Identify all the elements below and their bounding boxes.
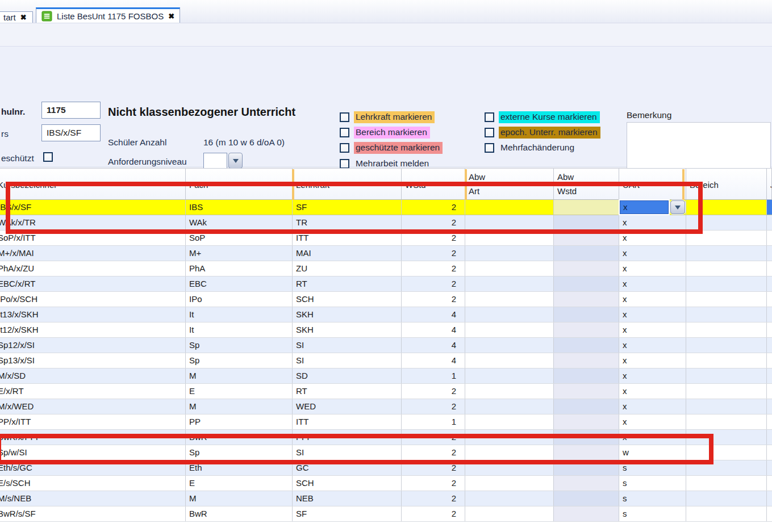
cell-wstd: 4 <box>402 322 465 337</box>
table-row[interactable]: EBC/x/RTEBCRT2x <box>0 277 772 292</box>
mark-option-checkbox[interactable] <box>340 143 349 153</box>
anforderungsniveau-select[interactable] <box>203 153 243 169</box>
table-row[interactable]: PP/x/ITTPPITT1x <box>0 414 772 430</box>
anforderungsniveau-value[interactable] <box>203 153 227 169</box>
column-header-uart[interactable]: UArt▼ <box>619 169 686 199</box>
column-header-abw_wstd[interactable]: AbwWstd <box>554 169 619 199</box>
table-row[interactable]: BwR/s/SFBwRSF2s <box>0 506 772 522</box>
column-header-abw_art[interactable]: AbwArt <box>465 169 554 199</box>
table-row[interactable]: M/s/NEBMNEB2s <box>0 491 772 506</box>
cell-fach: Eth <box>186 460 293 475</box>
tab-liste-besunt[interactable]: Liste BesUnt 1175 FOSBOS ✖ <box>36 7 180 23</box>
mark-option-checkbox[interactable] <box>485 112 494 122</box>
mark-option-checkbox[interactable] <box>340 128 349 137</box>
mark-option-checkbox[interactable] <box>485 128 494 137</box>
cell-name: IBS/x/SF <box>0 200 186 215</box>
table-row[interactable]: Eth/s/GCEthGC2s <box>0 460 772 476</box>
table-row[interactable]: PhA/x/ZUPhAZU2x <box>0 261 772 277</box>
cell-name: Sp/w/SI <box>0 445 186 460</box>
cell-fach: Sp <box>186 445 293 460</box>
close-icon[interactable]: ✖ <box>20 13 27 22</box>
cell-j <box>767 200 772 215</box>
app-window: tart ✖ Liste BesUnt 1175 FOSBOS ✖ ✖◀◀◀◀▶… <box>0 0 772 532</box>
table-header: KursbezeichnerFachLehrkraftWStdAbwArtAbw… <box>0 168 772 200</box>
cell-j <box>767 445 772 460</box>
column-header-wstd[interactable]: WStd <box>402 169 465 199</box>
toolbar: ✖◀◀◀◀▶▶▶▶↻←? <box>0 23 772 47</box>
table-row[interactable]: E/s/SCHESCH2s <box>0 476 772 491</box>
mark-option-checkbox[interactable] <box>340 159 349 169</box>
cell-fach: IPo <box>186 292 293 307</box>
chevron-down-icon[interactable] <box>670 200 685 214</box>
cell-abw_wstd <box>554 338 619 353</box>
cell-j <box>767 368 772 383</box>
mark-option-checkbox[interactable] <box>340 112 349 122</box>
cell-uart: s <box>619 460 686 475</box>
tab-start[interactable]: tart ✖ <box>0 11 33 23</box>
cell-name: SoP/x/ITT <box>0 231 186 245</box>
cell-abw_art <box>465 368 554 383</box>
close-icon[interactable]: ✖ <box>168 12 174 20</box>
list-icon <box>41 11 52 22</box>
table-row[interactable]: Sp12/x/SISpSI4x <box>0 338 772 353</box>
cell-abw_wstd <box>554 506 619 521</box>
table-row[interactable]: M/x/SDMSD1x <box>0 368 772 384</box>
table-row[interactable]: E/x/RTERT2x <box>0 384 772 399</box>
cell-wstd: 4 <box>402 307 465 322</box>
schueler-anzahl-label: Schüler Anzahl <box>108 137 166 148</box>
mark-option-label: geschützte markieren <box>354 142 443 154</box>
cell-j <box>767 414 772 429</box>
sort-indicator-icon[interactable]: ▼ <box>674 181 679 187</box>
cell-j <box>767 338 772 353</box>
table-row[interactable]: Sp/w/SISpSI2w <box>0 445 772 460</box>
table-row[interactable]: SoP/x/ITTSoPITT2x <box>0 231 772 246</box>
table-row[interactable]: Sp13/x/SISpSI4x <box>0 353 772 368</box>
mark-option-label: epoch. Unterr. markieren <box>499 127 600 139</box>
cell-abw_wstd <box>554 445 619 460</box>
schulnr-input[interactable]: 1175 <box>41 102 101 119</box>
uart-selected-value[interactable]: x <box>620 200 669 214</box>
table-row[interactable]: BwR/x/PFIBwRPFI2x <box>0 430 772 445</box>
table-row[interactable]: It12/x/SKHItSKH4x <box>0 322 772 338</box>
geschuetzt-checkbox[interactable] <box>43 152 53 162</box>
cell-lehrkraft: GC <box>293 460 402 475</box>
cell-abw_wstd <box>554 476 619 491</box>
cell-uart: x <box>619 414 686 429</box>
column-header-fach[interactable]: Fach <box>186 169 293 199</box>
column-header-bereich[interactable]: Bereich <box>686 169 767 199</box>
table-row[interactable]: M+/x/MAIM+MAI2x <box>0 246 772 261</box>
cell-bereich <box>686 338 767 353</box>
cell-name: M/x/WED <box>0 399 186 414</box>
cell-fach: BwR <box>186 506 293 521</box>
column-header-name[interactable]: Kursbezeichner <box>0 169 186 199</box>
cell-j <box>767 384 772 399</box>
column-header-lehrkraft[interactable]: Lehrkraft <box>293 169 402 199</box>
uart-combobox[interactable]: x <box>620 200 685 214</box>
cell-name: M+/x/MAI <box>0 246 186 261</box>
table-row[interactable]: IBS/x/SFIBSSF2x <box>0 200 772 215</box>
table-row[interactable]: IPo/x/SCHIPoSCH2x <box>0 292 772 307</box>
kurs-input[interactable]: IBS/x/SF <box>41 124 101 141</box>
column-header-j[interactable]: J <box>767 169 772 199</box>
cell-fach: PP <box>186 414 293 429</box>
cell-uart: x <box>619 384 686 399</box>
cell-abw_art <box>465 292 554 307</box>
column-marker <box>292 169 294 200</box>
cell-bereich <box>686 414 767 429</box>
cell-bereich <box>686 322 767 337</box>
cell-bereich <box>686 292 767 307</box>
mark-option-checkbox[interactable] <box>485 143 494 153</box>
anforderungsniveau-label: Anforderungsniveau <box>108 157 187 167</box>
cell-wstd: 2 <box>402 445 465 460</box>
cell-bereich <box>686 430 767 445</box>
table-row[interactable]: M/x/WEDMWED2x <box>0 399 772 414</box>
chevron-down-icon[interactable] <box>228 153 243 169</box>
cell-bereich <box>686 261 767 276</box>
table-row[interactable]: WAk/x/TRWAkTR2x <box>0 215 772 231</box>
cell-j <box>767 261 772 276</box>
cell-name: It13/x/SKH <box>0 307 186 322</box>
cell-lehrkraft: WED <box>293 399 402 414</box>
cell-lehrkraft: RT <box>293 277 402 291</box>
table-row[interactable]: It13/x/SKHItSKH4x <box>0 307 772 322</box>
cell-bereich <box>686 445 767 460</box>
